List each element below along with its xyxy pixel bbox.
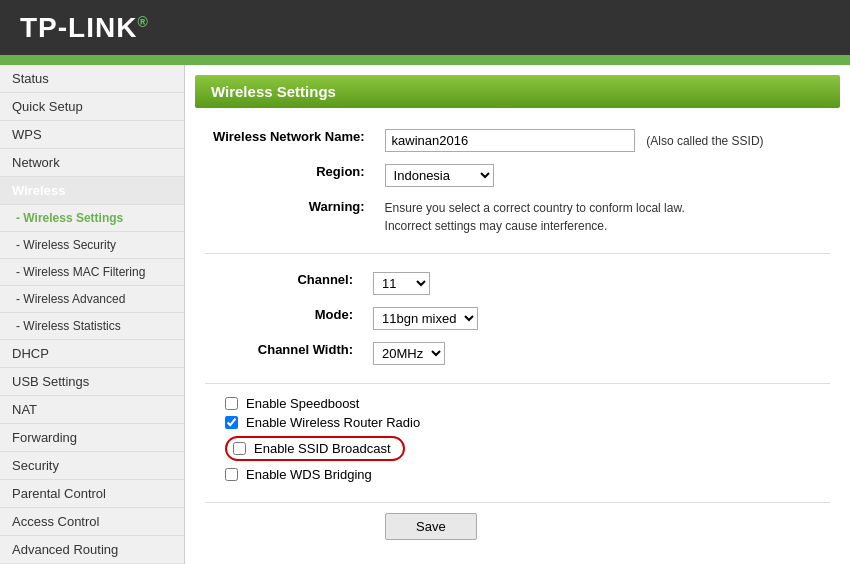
layout: StatusQuick SetupWPSNetworkWireless- Wir… — [0, 65, 850, 564]
warning-row: Warning: Ensure you select a correct cou… — [205, 193, 830, 241]
divider-2 — [205, 383, 830, 384]
region-row: Region: Indonesia United States China Ja… — [205, 158, 830, 193]
sidebar: StatusQuick SetupWPSNetworkWireless- Wir… — [0, 65, 185, 564]
network-name-row: Wireless Network Name: (Also called the … — [205, 123, 830, 158]
sidebar-item-network[interactable]: Network — [0, 149, 184, 177]
settings-form: Wireless Network Name: (Also called the … — [205, 123, 830, 241]
sidebar-item-security[interactable]: Security — [0, 452, 184, 480]
sidebar-item-wirelesssettings[interactable]: - Wireless Settings — [0, 205, 184, 232]
sidebar-item-quicksetup[interactable]: Quick Setup — [0, 93, 184, 121]
mode-row: Mode: 11bgn mixed 11bg mixed 11b only 11… — [205, 301, 830, 336]
warning-text: Ensure you select a correct country to c… — [377, 193, 830, 241]
sidebar-item-parentalcontrol[interactable]: Parental Control — [0, 480, 184, 508]
page-title: Wireless Settings — [211, 83, 336, 100]
page-title-bar: Wireless Settings — [195, 75, 840, 108]
warning-label: Warning: — [205, 193, 377, 241]
wds-bridging-row: Enable WDS Bridging — [205, 467, 830, 482]
ssid-broadcast-checkbox[interactable] — [233, 442, 246, 455]
mode-value-cell: 11bgn mixed 11bg mixed 11b only 11g only… — [365, 301, 830, 336]
speedboost-row: Enable Speedboost — [205, 396, 830, 411]
content-area: Wireless Network Name: (Also called the … — [185, 108, 850, 555]
region-value-cell: Indonesia United States China Japan — [377, 158, 830, 193]
sidebar-item-status[interactable]: Status — [0, 65, 184, 93]
wireless-radio-checkbox[interactable] — [225, 416, 238, 429]
sidebar-item-wirelessadvanced[interactable]: - Wireless Advanced — [0, 286, 184, 313]
mode-label: Mode: — [205, 301, 365, 336]
main-content: Wireless Settings Wireless Network Name:… — [185, 65, 850, 564]
sidebar-item-wirelessmacfiltering[interactable]: - Wireless MAC Filtering — [0, 259, 184, 286]
sidebar-item-forwarding[interactable]: Forwarding — [0, 424, 184, 452]
ssid-note: (Also called the SSID) — [646, 134, 763, 148]
wds-bridging-label: Enable WDS Bridging — [246, 467, 372, 482]
sidebar-item-advancedrouting[interactable]: Advanced Routing — [0, 536, 184, 564]
channel-width-label: Channel Width: — [205, 336, 365, 371]
channel-label: Channel: — [205, 266, 365, 301]
mode-select[interactable]: 11bgn mixed 11bg mixed 11b only 11g only… — [373, 307, 478, 330]
checkboxes-section: Enable Speedboost Enable Wireless Router… — [205, 396, 830, 482]
sidebar-item-accesscontrol[interactable]: Access Control — [0, 508, 184, 536]
ssid-broadcast-row: Enable SSID Broadcast — [205, 434, 830, 463]
speedboost-label: Enable Speedboost — [246, 396, 359, 411]
wireless-radio-label: Enable Wireless Router Radio — [246, 415, 420, 430]
wireless-radio-row: Enable Wireless Router Radio — [205, 415, 830, 430]
sidebar-item-nat[interactable]: NAT — [0, 396, 184, 424]
channel-select[interactable]: Auto 1234 5678 91011 — [373, 272, 430, 295]
sidebar-item-usbsettings[interactable]: USB Settings — [0, 368, 184, 396]
logo-symbol: ® — [137, 13, 148, 29]
wds-bridging-checkbox[interactable] — [225, 468, 238, 481]
divider-1 — [205, 253, 830, 254]
warning-line1: Ensure you select a correct country to c… — [385, 201, 685, 215]
channel-form: Channel: Auto 1234 5678 91011 Mode: — [205, 266, 830, 371]
warning-line2: Incorrect settings may cause interferenc… — [385, 219, 608, 233]
ssid-broadcast-label: Enable SSID Broadcast — [254, 441, 391, 456]
channel-value-cell: Auto 1234 5678 91011 — [365, 266, 830, 301]
sidebar-item-wps[interactable]: WPS — [0, 121, 184, 149]
green-bar — [0, 55, 850, 65]
region-label: Region: — [205, 158, 377, 193]
channel-row: Channel: Auto 1234 5678 91011 — [205, 266, 830, 301]
sidebar-item-wirelesssecurity[interactable]: - Wireless Security — [0, 232, 184, 259]
logo-text: TP-LINK — [20, 12, 137, 43]
save-button[interactable]: Save — [385, 513, 477, 540]
network-name-label: Wireless Network Name: — [205, 123, 377, 158]
channel-width-row: Channel Width: Auto 20MHz 40MHz — [205, 336, 830, 371]
save-area: Save — [205, 502, 830, 540]
speedboost-checkbox[interactable] — [225, 397, 238, 410]
network-name-value-cell: (Also called the SSID) — [377, 123, 830, 158]
header: TP-LINK® — [0, 0, 850, 55]
channel-width-value-cell: Auto 20MHz 40MHz — [365, 336, 830, 371]
region-select[interactable]: Indonesia United States China Japan — [385, 164, 494, 187]
network-name-input[interactable] — [385, 129, 635, 152]
logo: TP-LINK® — [20, 12, 149, 44]
ssid-broadcast-highlight: Enable SSID Broadcast — [225, 436, 405, 461]
channel-width-select[interactable]: Auto 20MHz 40MHz — [373, 342, 445, 365]
sidebar-item-wirelessstatistics[interactable]: - Wireless Statistics — [0, 313, 184, 340]
sidebar-item-wireless[interactable]: Wireless — [0, 177, 184, 205]
sidebar-item-dhcp[interactable]: DHCP — [0, 340, 184, 368]
